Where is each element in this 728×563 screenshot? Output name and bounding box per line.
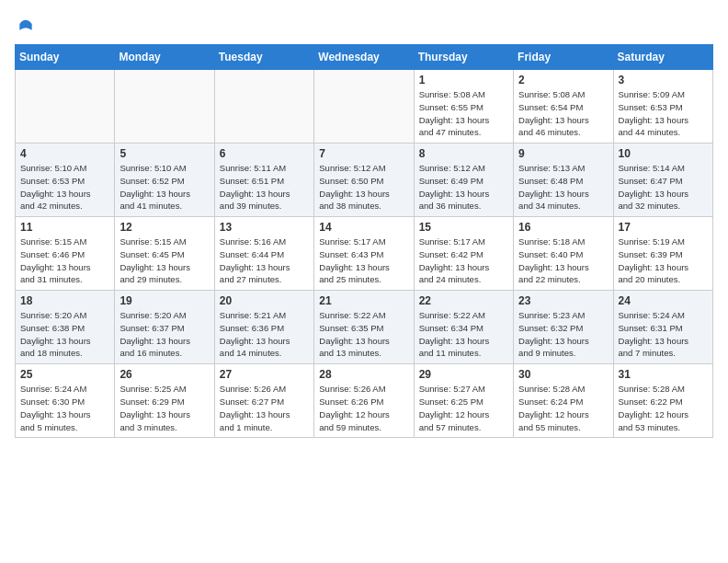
weekday-header: Saturday <box>613 45 712 70</box>
day-info: Sunrise: 5:28 AM Sunset: 6:24 PM Dayligh… <box>518 383 608 433</box>
weekday-header: Thursday <box>414 45 513 70</box>
day-info: Sunrise: 5:15 AM Sunset: 6:45 PM Dayligh… <box>119 236 209 286</box>
day-info: Sunrise: 5:19 AM Sunset: 6:39 PM Dayligh… <box>619 236 708 286</box>
table-row: 31Sunrise: 5:28 AM Sunset: 6:22 PM Dayli… <box>613 364 712 438</box>
day-info: Sunrise: 5:12 AM Sunset: 6:50 PM Dayligh… <box>319 162 408 213</box>
page-header <box>15 15 713 33</box>
day-info: Sunrise: 5:26 AM Sunset: 6:26 PM Dayligh… <box>319 383 408 433</box>
table-row: 22Sunrise: 5:22 AM Sunset: 6:34 PM Dayli… <box>414 291 513 364</box>
table-row: 11Sunrise: 5:15 AM Sunset: 6:46 PM Dayli… <box>16 217 115 291</box>
day-number: 4 <box>20 147 109 160</box>
table-row: 8Sunrise: 5:12 AM Sunset: 6:49 PM Daylig… <box>414 144 513 217</box>
day-number: 14 <box>319 221 408 234</box>
calendar-week-row: 11Sunrise: 5:15 AM Sunset: 6:46 PM Dayli… <box>16 217 713 291</box>
weekday-header: Monday <box>115 45 214 70</box>
day-info: Sunrise: 5:20 AM Sunset: 6:37 PM Dayligh… <box>119 309 209 360</box>
day-number: 23 <box>518 294 608 307</box>
day-number: 17 <box>619 221 708 234</box>
day-number: 11 <box>20 221 109 234</box>
calendar-week-row: 25Sunrise: 5:24 AM Sunset: 6:30 PM Dayli… <box>16 364 713 438</box>
day-info: Sunrise: 5:11 AM Sunset: 6:51 PM Dayligh… <box>220 162 309 213</box>
day-number: 13 <box>220 221 309 234</box>
day-number: 26 <box>119 368 209 381</box>
day-number: 3 <box>619 74 708 86</box>
weekday-header: Tuesday <box>214 45 313 70</box>
table-row: 14Sunrise: 5:17 AM Sunset: 6:43 PM Dayli… <box>314 217 414 291</box>
calendar-week-row: 4Sunrise: 5:10 AM Sunset: 6:53 PM Daylig… <box>16 144 713 217</box>
day-number: 21 <box>319 294 408 307</box>
day-info: Sunrise: 5:22 AM Sunset: 6:35 PM Dayligh… <box>319 309 408 360</box>
logo-icon <box>17 15 35 33</box>
day-info: Sunrise: 5:26 AM Sunset: 6:27 PM Dayligh… <box>220 383 309 433</box>
day-number: 30 <box>518 368 608 381</box>
day-number: 19 <box>119 294 209 307</box>
table-row <box>314 70 414 144</box>
day-info: Sunrise: 5:17 AM Sunset: 6:42 PM Dayligh… <box>419 236 508 286</box>
table-row: 10Sunrise: 5:14 AM Sunset: 6:47 PM Dayli… <box>613 144 712 217</box>
table-row: 19Sunrise: 5:20 AM Sunset: 6:37 PM Dayli… <box>115 291 214 364</box>
day-number: 20 <box>220 294 309 307</box>
day-number: 1 <box>419 74 508 86</box>
day-number: 10 <box>619 147 708 160</box>
table-row: 2Sunrise: 5:08 AM Sunset: 6:54 PM Daylig… <box>514 70 613 144</box>
table-row: 29Sunrise: 5:27 AM Sunset: 6:25 PM Dayli… <box>414 364 513 438</box>
day-info: Sunrise: 5:14 AM Sunset: 6:47 PM Dayligh… <box>619 162 708 213</box>
table-row: 24Sunrise: 5:24 AM Sunset: 6:31 PM Dayli… <box>613 291 712 364</box>
day-number: 28 <box>319 368 408 381</box>
calendar-week-row: 18Sunrise: 5:20 AM Sunset: 6:38 PM Dayli… <box>16 291 713 364</box>
day-number: 12 <box>119 221 209 234</box>
day-number: 7 <box>319 147 408 160</box>
day-number: 29 <box>419 368 508 381</box>
day-info: Sunrise: 5:24 AM Sunset: 6:30 PM Dayligh… <box>20 383 109 433</box>
table-row: 17Sunrise: 5:19 AM Sunset: 6:39 PM Dayli… <box>613 217 712 291</box>
table-row: 9Sunrise: 5:13 AM Sunset: 6:48 PM Daylig… <box>514 144 613 217</box>
day-info: Sunrise: 5:23 AM Sunset: 6:32 PM Dayligh… <box>518 309 608 360</box>
table-row: 4Sunrise: 5:10 AM Sunset: 6:53 PM Daylig… <box>16 144 115 217</box>
weekday-header: Friday <box>514 45 613 70</box>
day-number: 8 <box>419 147 508 160</box>
table-row: 6Sunrise: 5:11 AM Sunset: 6:51 PM Daylig… <box>214 144 313 217</box>
day-number: 2 <box>518 74 608 86</box>
table-row: 13Sunrise: 5:16 AM Sunset: 6:44 PM Dayli… <box>214 217 313 291</box>
day-info: Sunrise: 5:16 AM Sunset: 6:44 PM Dayligh… <box>220 236 309 286</box>
day-info: Sunrise: 5:25 AM Sunset: 6:29 PM Dayligh… <box>119 383 209 433</box>
day-number: 27 <box>220 368 309 381</box>
table-row: 5Sunrise: 5:10 AM Sunset: 6:52 PM Daylig… <box>115 144 214 217</box>
table-row <box>16 70 115 144</box>
day-number: 22 <box>419 294 508 307</box>
table-row: 1Sunrise: 5:08 AM Sunset: 6:55 PM Daylig… <box>414 70 513 144</box>
table-row: 20Sunrise: 5:21 AM Sunset: 6:36 PM Dayli… <box>214 291 313 364</box>
day-info: Sunrise: 5:24 AM Sunset: 6:31 PM Dayligh… <box>619 309 708 360</box>
day-info: Sunrise: 5:21 AM Sunset: 6:36 PM Dayligh… <box>220 309 309 360</box>
day-info: Sunrise: 5:10 AM Sunset: 6:53 PM Dayligh… <box>20 162 109 213</box>
day-number: 5 <box>119 147 209 160</box>
weekday-header: Sunday <box>16 45 115 70</box>
table-row: 7Sunrise: 5:12 AM Sunset: 6:50 PM Daylig… <box>314 144 414 217</box>
day-info: Sunrise: 5:13 AM Sunset: 6:48 PM Dayligh… <box>518 162 608 213</box>
day-info: Sunrise: 5:08 AM Sunset: 6:54 PM Dayligh… <box>518 88 608 139</box>
day-number: 24 <box>619 294 708 307</box>
table-row: 18Sunrise: 5:20 AM Sunset: 6:38 PM Dayli… <box>16 291 115 364</box>
table-row: 3Sunrise: 5:09 AM Sunset: 6:53 PM Daylig… <box>613 70 712 144</box>
day-number: 18 <box>20 294 109 307</box>
day-info: Sunrise: 5:15 AM Sunset: 6:46 PM Dayligh… <box>20 236 109 286</box>
day-info: Sunrise: 5:09 AM Sunset: 6:53 PM Dayligh… <box>619 88 708 139</box>
table-row: 30Sunrise: 5:28 AM Sunset: 6:24 PM Dayli… <box>514 364 613 438</box>
day-number: 6 <box>220 147 309 160</box>
table-row: 28Sunrise: 5:26 AM Sunset: 6:26 PM Dayli… <box>314 364 414 438</box>
day-number: 31 <box>619 368 708 381</box>
day-info: Sunrise: 5:20 AM Sunset: 6:38 PM Dayligh… <box>20 309 109 360</box>
day-info: Sunrise: 5:27 AM Sunset: 6:25 PM Dayligh… <box>419 383 508 433</box>
day-info: Sunrise: 5:18 AM Sunset: 6:40 PM Dayligh… <box>518 236 608 286</box>
day-number: 25 <box>20 368 109 381</box>
day-info: Sunrise: 5:08 AM Sunset: 6:55 PM Dayligh… <box>419 88 508 139</box>
day-number: 9 <box>518 147 608 160</box>
table-row: 15Sunrise: 5:17 AM Sunset: 6:42 PM Dayli… <box>414 217 513 291</box>
table-row: 16Sunrise: 5:18 AM Sunset: 6:40 PM Dayli… <box>514 217 613 291</box>
calendar-week-row: 1Sunrise: 5:08 AM Sunset: 6:55 PM Daylig… <box>16 70 713 144</box>
table-row <box>214 70 313 144</box>
logo <box>15 15 35 33</box>
calendar-table: SundayMondayTuesdayWednesdayThursdayFrid… <box>15 44 713 438</box>
table-row: 26Sunrise: 5:25 AM Sunset: 6:29 PM Dayli… <box>115 364 214 438</box>
table-row <box>115 70 214 144</box>
